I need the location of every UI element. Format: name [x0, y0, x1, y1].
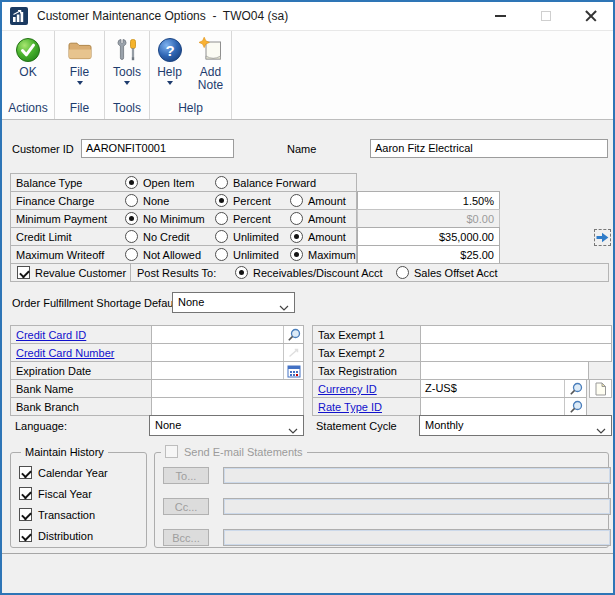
credit-card-id-field[interactable]	[151, 326, 303, 343]
currency-id-field[interactable]: Z-US$	[420, 380, 586, 397]
add-note-label-line1: Add	[200, 65, 221, 79]
checkbox-checked-icon	[19, 466, 32, 479]
currency-id-note-button[interactable]	[589, 379, 612, 398]
radio-label: Unlimited	[233, 249, 279, 261]
radio-icon	[290, 212, 303, 225]
distribution-checkbox[interactable]: Distribution	[19, 529, 93, 542]
credit-limit-expansion-button[interactable]	[594, 229, 611, 246]
tax-exempt-2-field[interactable]	[420, 344, 611, 361]
credit-limit-unlimited-radio[interactable]: Unlimited	[215, 230, 279, 243]
checkbox-checked-icon	[17, 266, 30, 279]
blue-arrow-icon	[596, 231, 609, 244]
app-icon	[10, 7, 28, 25]
language-dropdown[interactable]: None	[149, 415, 304, 436]
tax-exempt-1-row: Tax Exempt 1	[312, 325, 612, 344]
credit-card-number-disabled-button	[283, 344, 303, 361]
balance-type-row: Balance Type Open Item Balance Forward	[10, 173, 357, 192]
currency-id-lookup-button[interactable]	[564, 380, 586, 397]
calendar-year-checkbox[interactable]: Calendar Year	[19, 466, 108, 479]
maximum-writeoff-not-allowed-radio[interactable]: Not Allowed	[125, 248, 201, 261]
radio-label: Not Allowed	[143, 249, 201, 261]
order-fulfillment-dropdown[interactable]: None	[172, 292, 295, 313]
ok-button[interactable]: OK	[6, 36, 50, 79]
checkbox-checked-icon	[19, 529, 32, 542]
send-email-statements-title: Send E-mail Statements	[184, 446, 303, 458]
credit-limit-amount-radio[interactable]: Amount	[290, 230, 346, 243]
balance-type-open-item-radio[interactable]: Open Item	[125, 176, 194, 189]
rate-type-id-field[interactable]	[420, 398, 586, 415]
expiration-date-calendar-button[interactable]	[283, 362, 303, 379]
radio-label: Sales Offset Acct	[414, 267, 498, 279]
credit-limit-no-credit-radio[interactable]: No Credit	[125, 230, 189, 243]
currency-id-link[interactable]: Currency ID	[318, 383, 377, 395]
toolbar-group-actions: OK Actions	[2, 31, 55, 119]
toolbar-group-file: File File	[55, 31, 105, 119]
maximize-icon	[541, 11, 551, 21]
bank-name-label: Bank Name	[16, 383, 73, 395]
tools-menu-button[interactable]: Tools	[105, 36, 149, 85]
maintain-history-group: Maintain History Calendar Year Fiscal Ye…	[10, 452, 147, 548]
checkbox-checked-icon	[19, 508, 32, 521]
tools-icon	[113, 36, 141, 64]
add-note-button[interactable]: AddNote	[190, 36, 232, 92]
credit-card-id-lookup-button[interactable]	[283, 326, 303, 343]
credit-card-id-link[interactable]: Credit Card ID	[16, 329, 86, 341]
expiration-date-field[interactable]	[151, 362, 303, 379]
customer-id-field[interactable]: AARONFIT0001	[81, 139, 234, 158]
rate-type-id-link[interactable]: Rate Type ID	[318, 401, 382, 413]
minimum-payment-row: Minimum Payment No Minimum Percent Amoun…	[10, 209, 357, 228]
maximum-writeoff-value-field[interactable]: $25.00	[357, 245, 500, 264]
chevron-down-icon	[596, 424, 606, 436]
tax-exempt-1-field[interactable]	[420, 326, 611, 343]
bank-name-field[interactable]	[151, 380, 303, 397]
add-note-label-line2: Note	[198, 78, 223, 92]
minimize-button[interactable]	[478, 2, 523, 30]
folder-icon	[66, 36, 94, 64]
rate-type-id-lookup-button[interactable]	[564, 398, 586, 415]
checkbox-label: Transaction	[38, 509, 95, 521]
revalue-customer-checkbox[interactable]: Revalue Customer	[17, 266, 126, 279]
file-menu-button[interactable]: File	[58, 36, 102, 85]
post-results-receivables-radio[interactable]: Receivables/Discount Acct	[235, 266, 383, 279]
radio-selected-icon	[235, 266, 248, 279]
post-results-sales-offset-radio[interactable]: Sales Offset Acct	[396, 266, 498, 279]
maximum-writeoff-unlimited-radio[interactable]: Unlimited	[215, 248, 279, 261]
ribbon-toolbar: OK Actions File File	[2, 30, 613, 120]
close-button[interactable]	[568, 2, 613, 30]
finance-charge-value-field[interactable]: 1.50%	[357, 191, 500, 210]
to-field	[223, 467, 611, 484]
fiscal-year-checkbox[interactable]: Fiscal Year	[19, 487, 92, 500]
finance-charge-none-radio[interactable]: None	[125, 194, 169, 207]
name-field[interactable]: Aaron Fitz Electrical	[370, 139, 608, 158]
bank-branch-field[interactable]	[151, 398, 303, 415]
radio-icon	[125, 230, 138, 243]
statement-cycle-dropdown[interactable]: Monthly	[419, 415, 612, 436]
minimum-payment-no-minimum-radio[interactable]: No Minimum	[125, 212, 205, 225]
finance-charge-amount-radio[interactable]: Amount	[290, 194, 346, 207]
finance-charge-row: Finance Charge None Percent Amount 1.50%	[10, 191, 357, 210]
radio-selected-icon	[125, 212, 138, 225]
credit-limit-value-field[interactable]: $35,000.00	[357, 227, 500, 246]
cc-field	[223, 498, 611, 515]
credit-card-number-row: Credit Card Number	[10, 343, 304, 362]
tax-registration-field[interactable]	[420, 362, 588, 379]
bank-name-row: Bank Name	[10, 379, 304, 398]
minimum-payment-percent-radio[interactable]: Percent	[215, 212, 271, 225]
radio-label: Percent	[233, 213, 271, 225]
finance-charge-percent-radio[interactable]: Percent	[215, 194, 271, 207]
credit-card-number-field[interactable]	[151, 344, 303, 361]
ok-button-label: OK	[19, 66, 36, 79]
customer-id-label: Customer ID	[12, 143, 74, 155]
minimize-icon	[495, 15, 506, 17]
form-content: Customer ID AARONFIT0001 Name Aaron Fitz…	[2, 120, 613, 593]
tax-registration-label: Tax Registration	[318, 365, 397, 377]
transaction-checkbox[interactable]: Transaction	[19, 508, 95, 521]
maximum-writeoff-maximum-radio[interactable]: Maximum	[290, 248, 356, 261]
balance-type-balance-forward-radio[interactable]: Balance Forward	[215, 176, 316, 189]
help-menu-button[interactable]: ? Help	[150, 36, 190, 85]
minimum-payment-amount-radio[interactable]: Amount	[290, 212, 346, 225]
name-label: Name	[287, 143, 316, 155]
maximize-button[interactable]	[523, 2, 568, 30]
send-email-statements-checkbox[interactable]	[165, 445, 178, 458]
credit-card-number-link[interactable]: Credit Card Number	[16, 347, 114, 359]
